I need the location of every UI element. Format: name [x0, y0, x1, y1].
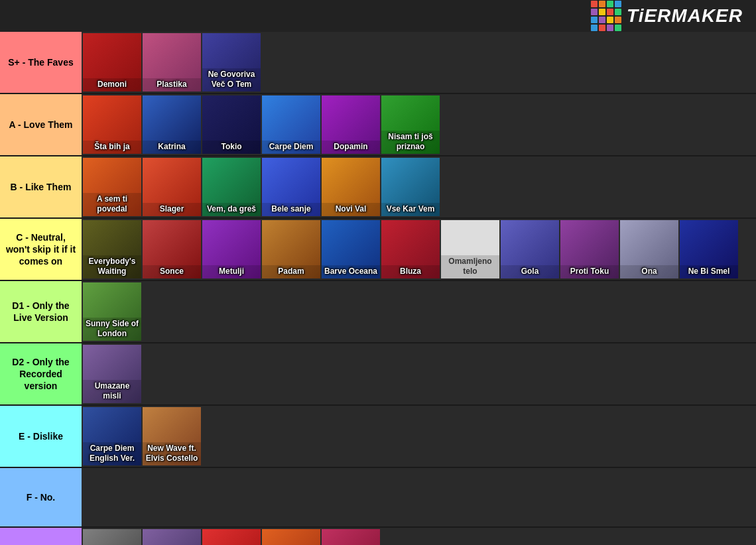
tier-label-d1: D1 - Only the Live Version	[0, 281, 82, 342]
item-newwave[interactable]: New Wave ft. Elvis Costello	[143, 407, 201, 465]
item-demoni[interactable]: Demoni	[83, 33, 141, 91]
item-label-demoni: Demoni	[83, 78, 141, 91]
item-label-asemti: A sem ti povedal	[83, 193, 141, 216]
tier-items-sp: DemoniPlastikaNe Govoriva Več O Tem	[82, 32, 756, 93]
tier-items-e: Carpe Diem English Ver.New Wave ft. Elvi…	[82, 406, 756, 467]
item-label-slager: Slager	[143, 203, 201, 216]
item-kupid[interactable]: Kupid	[202, 529, 261, 545]
item-barve[interactable]: Barve Oceana	[322, 220, 380, 278]
tier-label-d2: D2 - Only the Recorded version	[0, 343, 82, 404]
tier-items-z: MogočeKot Srce Ki Kri PoganjaKupidFiksIš…	[82, 528, 756, 545]
item-sunny[interactable]: Sunny Side of London	[83, 282, 141, 341]
tier-row-c: C - Neutral, won't skip it if it comes o…	[0, 219, 756, 281]
item-label-tokio: Tokio	[202, 141, 261, 154]
logo-cell	[607, 1, 613, 7]
item-nisam[interactable]: Nisam ti još priznao	[381, 95, 440, 154]
item-label-bluza: Bluza	[381, 265, 440, 278]
tier-items-b: A sem ti povedalSlagerVem, da grešBele s…	[82, 156, 756, 217]
item-plastika[interactable]: Plastika	[143, 33, 201, 91]
header: TiERMAKER	[0, 0, 756, 32]
item-label-negovoriva: Ne Govoriva Več O Tem	[202, 68, 261, 91]
tier-items-f	[82, 468, 756, 526]
item-carpediem[interactable]: Carpe Diem	[262, 95, 320, 154]
item-asemti[interactable]: A sem ti povedal	[83, 158, 141, 216]
logo-cell	[599, 1, 605, 7]
item-fiks[interactable]: Fiks	[262, 529, 320, 545]
item-label-bele: Bele sanje	[262, 203, 320, 216]
item-label-padam: Padam	[262, 265, 320, 278]
item-label-dopamin: Dopamin	[322, 141, 380, 154]
tier-label-c: C - Neutral, won't skip it if it comes o…	[0, 219, 82, 280]
tier-row-d1: D1 - Only the Live VersionSunny Side of …	[0, 281, 756, 343]
tiers-container: S+ - The FavesDemoniPlastikaNe Govoriva …	[0, 32, 756, 545]
item-label-umazane: Umazane misli	[83, 380, 141, 403]
item-kotsrce[interactable]: Kot Srce Ki Kri Poganja	[143, 529, 201, 545]
logo-grid	[591, 1, 621, 31]
tier-row-d2: D2 - Only the Recorded versionUmazane mi…	[0, 343, 756, 406]
tier-label-sp: S+ - The Faves	[0, 32, 82, 93]
item-vsekarvem[interactable]: Vse Kar Vem	[381, 158, 440, 216]
item-omamljeno[interactable]: Omamljeno telo	[441, 220, 499, 278]
item-metulji[interactable]: Metulji	[202, 220, 261, 278]
item-negovoriva[interactable]: Ne Govoriva Več O Tem	[202, 33, 261, 91]
tier-row-a: A - Love ThemŠta bih jaKatrinaTokioCarpe…	[0, 94, 756, 156]
logo-cell	[607, 25, 613, 31]
item-sonce[interactable]: Sonce	[143, 220, 201, 278]
item-ona[interactable]: Ona	[620, 220, 678, 278]
item-label-sonce: Sonce	[143, 265, 201, 278]
tier-row-sp: S+ - The FavesDemoniPlastikaNe Govoriva …	[0, 32, 756, 94]
item-label-nebi: Ne Bi Smel	[680, 265, 738, 278]
item-label-sunny: Sunny Side of London	[83, 318, 141, 341]
item-label-katrina: Katrina	[143, 141, 201, 154]
tier-row-b: B - Like ThemA sem ti povedalSlagerVem, …	[0, 156, 756, 219]
item-label-nisam: Nisam ti još priznao	[381, 131, 440, 154]
tier-label-a: A - Love Them	[0, 94, 82, 155]
item-gola[interactable]: Gola	[501, 220, 559, 278]
item-slager[interactable]: Slager	[143, 158, 201, 216]
tier-row-z: Z - Never Listened to itMogočeKot Srce K…	[0, 528, 756, 545]
tier-label-b: B - Like Them	[0, 156, 82, 217]
tier-items-a: Šta bih jaKatrinaTokioCarpe DiemDopaminN…	[82, 94, 756, 155]
item-label-carpe-e: Carpe Diem English Ver.	[83, 442, 141, 465]
item-carpe-e[interactable]: Carpe Diem English Ver.	[83, 407, 141, 465]
item-tokio[interactable]: Tokio	[202, 95, 261, 154]
item-label-ona: Ona	[620, 265, 678, 278]
logo-cell	[607, 9, 613, 15]
item-label-everybody: Everybody's Waiting	[83, 255, 141, 278]
item-everybody[interactable]: Everybody's Waiting	[83, 220, 141, 278]
item-novival[interactable]: Novi Val	[322, 158, 380, 216]
tier-items-c: Everybody's WaitingSonceMetuljiPadamBarv…	[82, 219, 756, 280]
logo-cell	[591, 1, 598, 7]
logo-cell	[591, 25, 598, 31]
item-bluza[interactable]: Bluza	[381, 220, 440, 278]
logo-cell	[599, 17, 605, 23]
item-katrina[interactable]: Katrina	[143, 95, 201, 154]
item-umazane[interactable]: Umazane misli	[83, 345, 141, 403]
tier-maker: TiERMAKER S+ - The FavesDemoniPlastikaNe…	[0, 0, 756, 545]
item-stabihja[interactable]: Šta bih ja	[83, 95, 141, 154]
logo-cell	[615, 1, 621, 7]
logo-cell	[591, 17, 598, 23]
item-mogoche[interactable]: Mogoče	[83, 529, 141, 545]
item-label-omamljeno: Omamljeno telo	[441, 255, 499, 278]
item-label-novival: Novi Val	[322, 203, 380, 216]
item-dopamin[interactable]: Dopamin	[322, 95, 380, 154]
item-iscem[interactable]: Iščem sebe	[322, 529, 380, 545]
logo-cell	[591, 9, 598, 15]
tier-label-e: E - Dislike	[0, 406, 82, 467]
item-bele[interactable]: Bele sanje	[262, 158, 320, 216]
logo-cell	[607, 17, 613, 23]
item-vemda[interactable]: Vem, da greš	[202, 158, 261, 216]
logo-cell	[599, 25, 605, 31]
item-label-gola: Gola	[501, 265, 559, 278]
item-proti[interactable]: Proti Toku	[560, 220, 619, 278]
logo-cell	[615, 17, 621, 23]
tier-label-f: F - No.	[0, 468, 82, 526]
logo: TiERMAKER	[591, 1, 743, 31]
item-label-vsekarvem: Vse Kar Vem	[381, 203, 440, 216]
item-label-plastika: Plastika	[143, 78, 201, 91]
logo-cell	[615, 9, 621, 15]
item-nebi[interactable]: Ne Bi Smel	[680, 220, 738, 278]
item-padam[interactable]: Padam	[262, 220, 320, 278]
item-label-newwave: New Wave ft. Elvis Costello	[143, 442, 201, 465]
